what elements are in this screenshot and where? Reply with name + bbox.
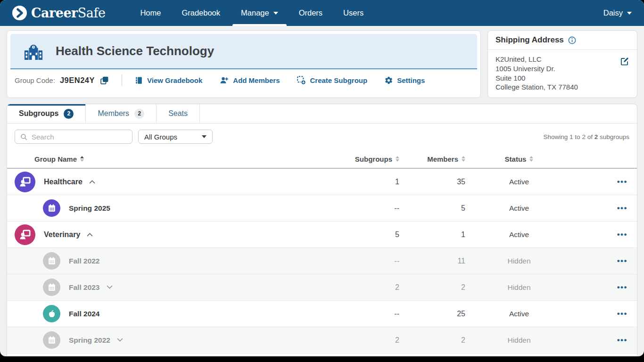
row-name: Healthcare — [44, 178, 83, 186]
chevron-icon[interactable] — [117, 336, 123, 342]
chevron-icon[interactable] — [87, 233, 93, 239]
row-type-icon — [43, 279, 60, 296]
nav-item-users[interactable]: Users — [333, 0, 374, 26]
tab-members[interactable]: Members 2 — [86, 104, 157, 123]
sort-icon — [396, 156, 399, 162]
search-input[interactable] — [32, 133, 127, 141]
user-menu[interactable]: Daisy — [603, 8, 632, 17]
sort-icon — [529, 156, 533, 162]
table-row: Healthcare 1 35 Active ••• — [7, 169, 637, 195]
tab-subgroups[interactable]: Subgroups 2 — [7, 104, 86, 123]
row-actions-button[interactable]: ••• — [617, 178, 627, 186]
view-gradebook-link[interactable]: View Gradebook — [134, 76, 202, 85]
cell-status: Hidden — [507, 336, 530, 345]
row-actions-button[interactable]: ••• — [617, 257, 627, 265]
shipping-address-card: Shipping Address K2United, LLC 1005 Univ… — [487, 30, 637, 98]
nav-menu: Home Gradebook Manage Orders Users — [130, 0, 374, 26]
cell-status: Hidden — [507, 283, 530, 292]
cell-subgroups: 5 — [395, 230, 406, 239]
cell-members: 25 — [457, 310, 472, 318]
row-actions-button[interactable]: ••• — [617, 310, 627, 318]
members-count-badge: 2 — [134, 109, 144, 119]
nav-item-gradebook[interactable]: Gradebook — [171, 0, 231, 26]
results-count: Showing 1 to 2 of 2 subgroups — [544, 133, 629, 140]
row-type-icon — [15, 224, 35, 245]
column-header-members[interactable]: Members — [406, 155, 472, 163]
logo-wordmark: CareerSafe — [31, 6, 105, 20]
chevron-icon[interactable] — [89, 180, 95, 186]
apple-icon — [47, 309, 57, 319]
group-name-cell: Veterinary — [7, 224, 349, 245]
calendar-icon — [47, 203, 57, 214]
address-line: K2United, LLC — [495, 55, 629, 64]
shipping-header: Shipping Address — [488, 31, 637, 50]
calendar-icon — [47, 335, 57, 346]
add-members-link[interactable]: Add Members — [219, 76, 280, 85]
group-code-value: J9EN24Y — [60, 76, 95, 85]
cell-subgroups: -- — [394, 257, 406, 265]
cell-members: 5 — [461, 204, 472, 213]
search-icon — [20, 133, 28, 141]
info-icon[interactable] — [568, 36, 577, 45]
column-header-subgroups[interactable]: Subgroups — [349, 155, 406, 163]
copy-group-code-button[interactable] — [99, 75, 109, 85]
tab-seats[interactable]: Seats — [157, 104, 200, 123]
row-actions-button[interactable]: ••• — [617, 204, 627, 212]
column-header-status[interactable]: Status — [472, 155, 566, 163]
settings-link[interactable]: Settings — [384, 76, 425, 85]
gear-icon — [384, 76, 393, 85]
chevron-icon[interactable] — [107, 283, 113, 289]
sort-icon — [80, 156, 84, 162]
create-subgroup-link[interactable]: Create Subgroup — [297, 75, 367, 85]
row-actions-button[interactable]: ••• — [617, 230, 627, 239]
row-type-icon — [15, 172, 35, 192]
person-chalkboard-icon — [19, 175, 32, 188]
table-row — [7, 354, 637, 356]
table-row: Fall 2022 -- 11 Hidden ••• — [7, 248, 637, 274]
subgroups-count-badge: 2 — [64, 109, 74, 119]
user-name: Daisy — [603, 8, 623, 17]
cell-status: Active — [509, 204, 529, 213]
row-type-icon — [43, 305, 60, 322]
subgroups-panel: Subgroups 2 Members 2 Seats — [7, 104, 637, 356]
address-line: 1005 University Dr. — [495, 64, 629, 74]
group-name-cell: Healthcare — [7, 172, 349, 192]
row-name: Fall 2022 — [69, 257, 100, 265]
careersafe-logo[interactable]: CareerSafe — [12, 6, 105, 20]
logo-chevron-icon — [12, 6, 27, 20]
nav-item-home[interactable]: Home — [130, 0, 171, 26]
app-window: CareerSafe Home Gradebook Manage Orders … — [0, 0, 644, 356]
column-header-group-name[interactable]: Group Name — [7, 155, 349, 163]
cell-status: Active — [509, 230, 529, 239]
group-code-label: Group Code: — [15, 76, 55, 84]
caret-down-icon — [202, 135, 206, 138]
school-building-icon — [23, 42, 44, 61]
tab-bar: Subgroups 2 Members 2 Seats — [7, 104, 637, 123]
create-subgroup-icon — [297, 75, 306, 85]
cell-status: Active — [509, 310, 529, 318]
cell-subgroups: -- — [394, 310, 406, 318]
search-box — [15, 130, 132, 144]
row-actions-button[interactable]: ••• — [617, 283, 627, 291]
person-chalkboard-icon — [19, 228, 32, 241]
cell-status: Active — [509, 178, 529, 186]
row-type-icon — [43, 199, 60, 217]
row-type-icon — [43, 252, 60, 270]
cell-members: 2 — [461, 283, 472, 292]
cell-members: 35 — [457, 178, 472, 186]
group-name-cell: Spring 2022 — [7, 331, 349, 349]
group-header-card: Health Science Technology Group Code: J9… — [7, 30, 481, 98]
gradebook-icon — [134, 76, 143, 85]
edit-address-button[interactable] — [619, 57, 629, 66]
table-toolbar: All Groups Showing 1 to 2 of 2 subgroups — [7, 123, 637, 150]
group-name-cell: Spring 2025 — [7, 199, 349, 217]
edit-pencil-icon — [619, 57, 629, 66]
shipping-body: K2United, LLC 1005 University Dr. Suite … — [488, 50, 637, 98]
row-actions-button[interactable]: ••• — [617, 336, 627, 344]
row-name: Fall 2024 — [69, 310, 100, 318]
nav-item-manage[interactable]: Manage — [231, 0, 289, 26]
nav-item-orders[interactable]: Orders — [289, 0, 333, 26]
copy-icon — [99, 75, 109, 85]
cell-subgroups: 1 — [395, 178, 406, 186]
group-filter-select[interactable]: All Groups — [138, 130, 213, 144]
